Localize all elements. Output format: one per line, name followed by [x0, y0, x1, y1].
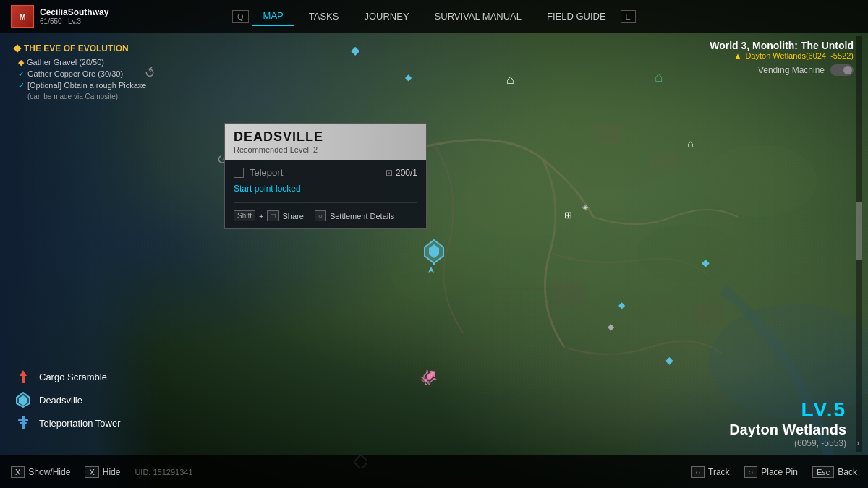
settlement-key: ○	[315, 210, 326, 221]
track-label: Track	[708, 467, 730, 477]
level-badge: LV.5	[729, 398, 846, 421]
deadsville-marker[interactable]	[423, 239, 445, 267]
back-key: Esc	[812, 466, 834, 478]
quest-obj-1: ◆ Gather Gravel (20/50)	[14, 58, 146, 67]
svg-rect-25	[18, 419, 28, 421]
nav-item-journey[interactable]: JOURNEY	[353, 7, 420, 25]
start-locked-text: Start point locked	[234, 184, 417, 194]
warning-icon: ▲	[734, 51, 742, 60]
settlement-details-button[interactable]: ○ Settlement Details	[315, 210, 394, 221]
svg-rect-7	[651, 152, 676, 170]
player-stats: 61/550 Lv.3	[40, 17, 109, 25]
marker-diamond1: ◆	[702, 257, 710, 268]
quest-obj-2-text: Gather Copper Ore (30/30)	[27, 69, 123, 78]
vending-row: Vending Machine	[710, 64, 854, 76]
nav-item-field-guide[interactable]: FIELD GUIDE	[536, 7, 617, 25]
popup-title: DEADSVILLE	[234, 129, 323, 145]
marker-building1: ⌂	[687, 137, 694, 150]
teleport-tower-label: Teleportation Tower	[39, 418, 121, 429]
show-hide-key: X	[11, 466, 25, 478]
nav-right-key: E	[621, 10, 636, 23]
level-indicator: LV.5 Dayton Wetlands (6059, -5553)	[729, 398, 846, 448]
place-pin-label: Place Pin	[761, 467, 798, 477]
nav-item-tasks[interactable]: TASKS	[298, 7, 350, 25]
legend-deadsville: Deadsville	[14, 391, 121, 408]
marker-small-icon: ◈	[582, 202, 588, 212]
player-level: Lv.3	[68, 17, 81, 25]
teleport-tower-icon	[14, 414, 32, 432]
player-avatar: M	[11, 5, 34, 28]
nav-item-map[interactable]: MAP	[252, 7, 294, 26]
quest-note: (can be made via Campsite)	[14, 93, 146, 100]
xp-max: 550	[50, 17, 62, 25]
warning-text: Dayton Wetlands(6024, -5522)	[745, 51, 854, 60]
svg-point-4	[702, 145, 817, 217]
popup-actions: Shift + □ Share ○ Settlement Details	[234, 202, 417, 221]
location-warning: ▲ Dayton Wetlands(6024, -5522)	[710, 51, 854, 60]
nav-item-survival[interactable]: SURVIVAL MANUAL	[424, 7, 532, 25]
marker-top1: ◆	[351, 43, 359, 57]
scrollbar[interactable]	[856, 36, 862, 452]
quest-check-2: ✓	[18, 69, 25, 79]
region-coords: (6059, -5553)	[729, 438, 846, 448]
region-name: Dayton Wetlands	[729, 421, 846, 438]
share-button[interactable]: Shift + □ Share	[234, 210, 304, 221]
quest-obj-3: ✓ [Optional] Obtain a rough Pickaxe	[14, 81, 146, 90]
legend-teleport-tower: Teleportation Tower	[14, 414, 121, 432]
deadsville-legend-icon	[14, 391, 32, 408]
marker-small1: ◆	[608, 322, 614, 332]
scroll-arrow-down[interactable]: ›	[856, 438, 859, 448]
cargo-icon	[14, 368, 32, 385]
share-label: Share	[283, 212, 304, 221]
marker-settlement1: ⌂	[506, 72, 514, 87]
cargo-label: Cargo Scramble	[39, 372, 107, 382]
quest-bullet-1: ◆	[18, 58, 24, 67]
share-key: Shift	[234, 210, 255, 221]
location-info: World 3, Monolith: The Untold ▲ Dayton W…	[710, 40, 854, 76]
xp-current: 61	[40, 17, 48, 25]
deadsville-arrow	[427, 264, 435, 277]
uid-text: UID: 151291341	[135, 468, 192, 476]
quest-obj-1-text: Gather Gravel (20/50)	[27, 58, 104, 67]
place-pin-key: ○	[744, 466, 758, 478]
svg-marker-21	[20, 370, 27, 383]
marker-diamond3: ◆	[665, 354, 673, 366]
quest-diamond-icon	[13, 44, 21, 52]
svg-rect-6	[593, 123, 622, 145]
scroll-thumb[interactable]	[856, 202, 862, 260]
teleport-left: Teleport	[234, 167, 283, 178]
teleport-cost: ⊡ 200/1	[386, 168, 417, 178]
back-label: Back	[838, 467, 857, 477]
player-details: CeciliaSouthway 61/550 Lv.3	[40, 7, 109, 25]
settlement-label: Settlement Details	[330, 212, 394, 221]
share-key2: □	[267, 210, 278, 221]
marker-settlement-icon: ⊞	[564, 210, 572, 221]
place-pin-action[interactable]: ○ Place Pin	[744, 466, 798, 478]
quest-title: THE EVE OF EVOLUTION	[14, 43, 146, 53]
teleport-label: Teleport	[250, 167, 283, 178]
hide-key: X	[85, 466, 98, 478]
svg-marker-19	[428, 267, 434, 273]
track-action[interactable]: ○ Track	[691, 466, 729, 478]
vending-toggle[interactable]	[830, 64, 854, 76]
nav-menu: Q MAP TASKS JOURNEY SURVIVAL MANUAL FIEL…	[232, 7, 636, 26]
quest-obj-2: ✓ Gather Copper Ore (30/30)	[14, 69, 146, 79]
location-popup: DEADSVILLE Recommended Level: 2 Teleport…	[224, 123, 427, 229]
legend-cargo: Cargo Scramble	[14, 368, 121, 385]
show-hide-action[interactable]: X Show/Hide	[11, 466, 70, 478]
marker-creature1: 🦑	[420, 369, 438, 386]
teleport-checkbox[interactable]	[234, 168, 244, 178]
hide-label: Hide	[103, 467, 121, 477]
hide-action[interactable]: X Hide	[85, 466, 120, 478]
top-nav: M CeciliaSouthway 61/550 Lv.3 Q MAP TASK…	[0, 0, 868, 33]
deadsville-legend-label: Deadsville	[39, 395, 82, 406]
bottom-left: X Show/Hide X Hide UID: 151291341	[11, 466, 193, 478]
marker-diamond2: ◆	[618, 300, 625, 310]
popup-header: DEADSVILLE Recommended Level: 2	[225, 124, 426, 160]
teleport-row: Teleport ⊡ 200/1	[234, 167, 417, 178]
back-action[interactable]: Esc Back	[812, 466, 857, 478]
nav-left-key: Q	[232, 10, 249, 23]
player-info: M CeciliaSouthway 61/550 Lv.3	[11, 5, 109, 28]
player-name: CeciliaSouthway	[40, 7, 109, 17]
legend: Cargo Scramble Deadsville Teleportation …	[14, 368, 121, 437]
